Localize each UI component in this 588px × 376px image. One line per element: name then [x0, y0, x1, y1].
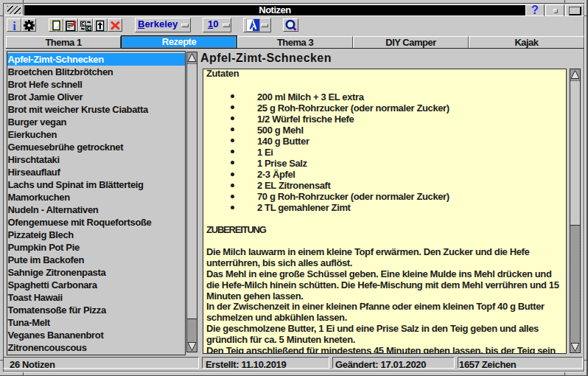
svg-text:i: i: [13, 20, 16, 32]
